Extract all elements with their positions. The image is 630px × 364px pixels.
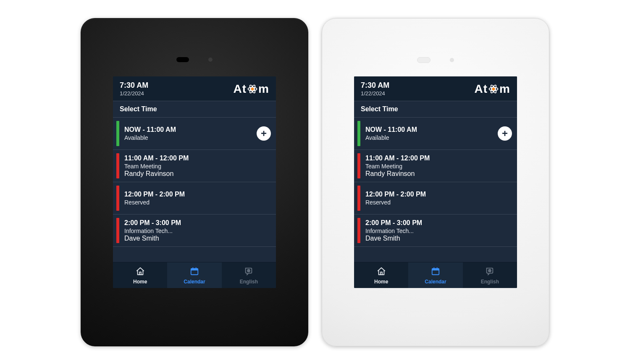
slot-time-range: 2:00 PM - 3:00 PM	[124, 219, 271, 227]
sensor-cluster	[417, 57, 454, 63]
sensor-pill-icon	[417, 57, 430, 63]
time-slot[interactable]: 12:00 PM - 2:00 PM Reserved	[354, 182, 517, 215]
time-slot[interactable]: 11:00 AM - 12:00 PM Team Meeting Randy R…	[113, 150, 276, 182]
nav-home[interactable]: Home	[354, 262, 408, 288]
device-black: 7:30 AM 1/22/2024 At m Select Time	[81, 18, 308, 346]
logo-text-left: At	[234, 82, 247, 96]
calendar-icon	[431, 267, 440, 277]
time-slot[interactable]: 12:00 PM - 2:00 PM Reserved	[113, 182, 276, 215]
svg-rect-6	[192, 267, 193, 269]
slot-subject: Available	[124, 134, 257, 141]
header-bar: 7:30 AM 1/22/2024 At m	[354, 76, 517, 102]
slot-subject: Information Tech...	[124, 228, 271, 234]
brand-logo: At m	[234, 82, 269, 96]
slot-time-range: 11:00 AM - 12:00 PM	[365, 155, 512, 162]
slot-time-range: NOW - 11:00 AM	[365, 126, 498, 134]
time-slot-list: NOW - 11:00 AM Available + 11:00 AM - 12…	[113, 118, 276, 262]
svg-point-12	[492, 88, 495, 91]
nav-calendar-label: Calendar	[184, 279, 205, 285]
clock-date: 1/22/2024	[120, 90, 148, 97]
device-white: 7:30 AM 1/22/2024 At m Select Time	[322, 18, 549, 346]
slot-organizer: Dave Smith	[124, 235, 271, 242]
nav-language[interactable]: English	[222, 262, 276, 288]
logo-text-right: m	[499, 82, 510, 96]
slot-organizer: Dave Smith	[365, 235, 512, 242]
nav-home[interactable]: Home	[113, 262, 167, 288]
slot-organizer: Randy Ravinson	[124, 170, 271, 178]
language-icon	[485, 267, 494, 277]
slot-subject: Available	[365, 134, 498, 141]
slot-organizer: Randy Ravinson	[365, 170, 512, 178]
slot-time-range: 12:00 PM - 2:00 PM	[124, 191, 271, 198]
status-bar-icon	[357, 153, 360, 178]
clock-date: 1/22/2024	[361, 90, 389, 97]
nav-home-label: Home	[374, 279, 388, 285]
status-bar-icon	[116, 218, 119, 243]
atom-icon	[488, 84, 499, 94]
slot-time-range: 11:00 AM - 12:00 PM	[124, 155, 271, 162]
slot-subject: Reserved	[365, 199, 512, 206]
svg-rect-5	[191, 268, 198, 270]
svg-rect-16	[437, 267, 438, 269]
slot-subject: Team Meeting	[365, 163, 512, 170]
slot-subject: Reserved	[124, 199, 271, 206]
sensor-dot-icon	[450, 58, 454, 62]
status-bar-icon	[357, 186, 360, 211]
time-slot[interactable]: 11:00 AM - 12:00 PM Team Meeting Randy R…	[354, 150, 517, 182]
sensor-pill-icon	[176, 57, 189, 62]
sensor-cluster	[176, 57, 213, 62]
time-slot[interactable]: NOW - 11:00 AM Available +	[354, 118, 517, 150]
time-slot-list: NOW - 11:00 AM Available + 11:00 AM - 12…	[354, 118, 517, 262]
plus-icon: +	[502, 128, 508, 139]
status-bar-icon	[357, 218, 360, 243]
atom-icon	[247, 84, 258, 94]
plus-icon: +	[261, 128, 267, 139]
nav-language-label: English	[240, 279, 258, 285]
time-slot[interactable]: NOW - 11:00 AM Available +	[113, 118, 276, 150]
slot-time-range: 12:00 PM - 2:00 PM	[365, 191, 512, 198]
section-title: Select Time	[354, 101, 517, 118]
logo-text-left: At	[475, 82, 488, 96]
slot-subject: Information Tech...	[365, 228, 512, 234]
bottom-nav: Home Calendar English	[354, 262, 517, 288]
home-icon	[136, 267, 145, 277]
logo-text-right: m	[258, 82, 269, 96]
svg-point-3	[251, 88, 254, 91]
svg-rect-14	[432, 268, 439, 270]
status-bar-icon	[116, 153, 119, 178]
svg-rect-15	[433, 267, 434, 269]
header-bar: 7:30 AM 1/22/2024 At m	[113, 76, 276, 102]
clock-time: 7:30 AM	[120, 81, 148, 90]
nav-language[interactable]: English	[463, 262, 517, 288]
nav-calendar-label: Calendar	[425, 279, 446, 285]
slot-subject: Team Meeting	[124, 163, 271, 170]
brand-logo: At m	[475, 82, 510, 96]
nav-language-label: English	[481, 279, 499, 285]
sensor-dot-icon	[208, 58, 213, 62]
bottom-nav: Home Calendar English	[113, 262, 276, 288]
nav-calendar[interactable]: Calendar	[408, 262, 462, 288]
status-bar-icon	[116, 186, 119, 211]
add-button[interactable]: +	[257, 126, 271, 141]
svg-rect-7	[196, 267, 197, 269]
home-icon	[377, 267, 386, 277]
nav-home-label: Home	[133, 279, 147, 285]
status-bar-icon	[357, 121, 360, 146]
clock-time: 7:30 AM	[361, 81, 389, 90]
section-title: Select Time	[113, 101, 276, 118]
time-slot[interactable]: 2:00 PM - 3:00 PM Information Tech... Da…	[113, 215, 276, 247]
calendar-icon	[190, 267, 199, 277]
time-slot[interactable]: 2:00 PM - 3:00 PM Information Tech... Da…	[354, 215, 517, 247]
nav-calendar[interactable]: Calendar	[167, 262, 221, 288]
slot-time-range: 2:00 PM - 3:00 PM	[365, 219, 512, 227]
status-bar-icon	[116, 121, 119, 146]
add-button[interactable]: +	[498, 126, 512, 141]
language-icon	[244, 267, 253, 277]
slot-time-range: NOW - 11:00 AM	[124, 126, 257, 134]
